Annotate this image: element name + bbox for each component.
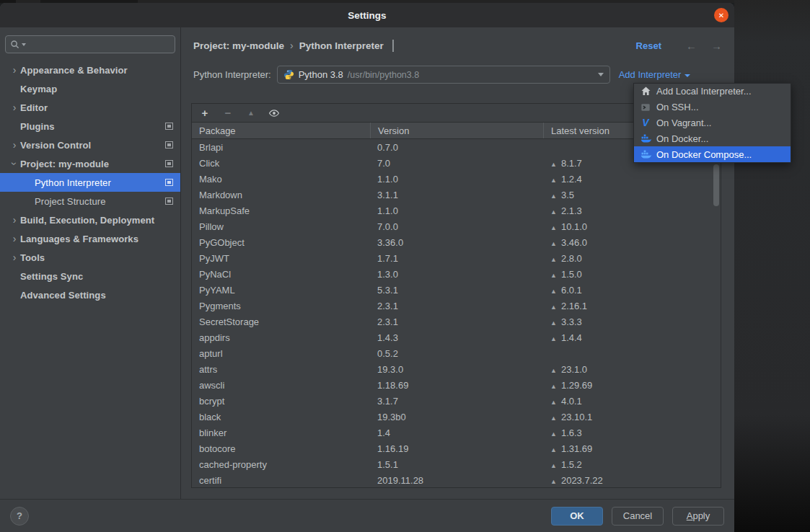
help-button[interactable]: ?	[10, 507, 29, 526]
forward-arrow-icon[interactable]: →	[711, 40, 722, 52]
upgrade-available-icon: ▲	[550, 446, 557, 453]
package-latest-version: ▲2.16.1	[543, 301, 721, 311]
sidebar-item-languages-frameworks[interactable]: ›Languages & Frameworks	[0, 229, 180, 248]
package-name: PyNaCl	[192, 269, 370, 280]
package-name: attrs	[192, 364, 370, 375]
package-row-pillow[interactable]: Pillow7.0.0▲10.1.0	[192, 218, 721, 234]
tree-chevron-icon[interactable]: ›	[9, 65, 20, 75]
sidebar-item-editor[interactable]: ›Editor	[0, 98, 180, 117]
menu-item-on-docker[interactable]: On Docker...	[634, 130, 791, 146]
breadcrumb-separator-icon: ›	[290, 40, 294, 51]
latest-version-value: 3.3.3	[561, 316, 582, 327]
latest-version-value: 2.16.1	[561, 301, 587, 311]
sidebar-item-python-interpreter[interactable]: Python Interpreter	[0, 173, 180, 192]
package-row-pygments[interactable]: Pygments2.3.1▲2.16.1	[192, 298, 721, 314]
sidebar-item-appearance-behavior[interactable]: ›Appearance & Behavior	[0, 61, 180, 79]
uninstall-package-icon[interactable]: −	[222, 107, 234, 119]
sidebar-item-advanced-settings[interactable]: Advanced Settings	[0, 285, 180, 304]
sidebar-item-settings-sync[interactable]: Settings Sync	[0, 267, 180, 285]
breadcrumb-page: Python Interpreter	[299, 40, 384, 51]
sidebar-item-plugins[interactable]: Plugins	[0, 117, 180, 136]
package-row-blinker[interactable]: blinker1.4▲1.6.3	[192, 425, 721, 440]
tree-chevron-icon[interactable]: ›	[9, 158, 19, 169]
package-row-pygobject[interactable]: PyGObject3.36.0▲3.46.0	[192, 234, 721, 250]
package-table-body: Brlapi0.7.0Click7.0▲8.1.7Mako1.1.0▲1.2.4…	[192, 139, 721, 488]
sidebar-item-keymap[interactable]: Keymap	[0, 79, 180, 98]
menu-item-add-local-interpreter[interactable]: Add Local Interpreter...	[634, 84, 791, 99]
package-version: 7.0.0	[370, 221, 543, 232]
tree-chevron-icon[interactable]: ›	[9, 140, 20, 150]
latest-version-value: 1.5.0	[561, 269, 582, 280]
package-row-botocore[interactable]: botocore1.16.19▲1.31.69	[192, 440, 721, 456]
package-latest-version: ▲1.5.2	[543, 459, 721, 470]
sidebar-item-label: Python Interpreter	[35, 177, 111, 188]
package-row-appdirs[interactable]: appdirs1.4.3▲1.4.4	[192, 329, 721, 345]
package-row-pyjwt[interactable]: PyJWT1.7.1▲2.8.0	[192, 250, 721, 266]
show-early-releases-icon[interactable]	[268, 107, 280, 119]
package-name: certifi	[192, 475, 370, 486]
search-input[interactable]	[27, 39, 170, 50]
scrollbar-thumb[interactable]	[713, 164, 719, 206]
apply-button[interactable]: Apply	[672, 507, 724, 526]
upgrade-available-icon: ▲	[550, 272, 557, 279]
sidebar-item-label: Project Structure	[35, 196, 106, 207]
package-name: Pillow	[192, 221, 370, 232]
package-row-markupsafe[interactable]: MarkupSafe1.1.0▲2.1.3	[192, 203, 721, 218]
package-version: 1.16.19	[370, 443, 543, 454]
package-row-mako[interactable]: Mako1.1.0▲1.2.4	[192, 171, 721, 187]
reset-link[interactable]: Reset	[636, 40, 661, 51]
page-marker-icon	[165, 141, 173, 148]
upgrade-available-icon: ▲	[550, 177, 557, 184]
package-row-markdown[interactable]: Markdown3.1.1▲3.5	[192, 187, 721, 203]
package-name: black	[192, 412, 370, 422]
package-name: SecretStorage	[192, 316, 370, 327]
package-latest-version: ▲1.31.69	[543, 443, 721, 454]
scrollbar-track[interactable]	[713, 141, 719, 485]
package-row-pynacl[interactable]: PyNaCl1.3.0▲1.5.0	[192, 266, 721, 282]
tree-chevron-icon[interactable]: ›	[9, 215, 20, 225]
breadcrumb-section[interactable]: Project: my-module	[193, 40, 284, 51]
tree-chevron-icon[interactable]: ›	[9, 102, 20, 112]
dialog-titlebar[interactable]: Settings ✕	[0, 3, 734, 27]
column-header-package[interactable]: Package	[192, 123, 370, 138]
interpreter-select[interactable]: Python 3.8 /usr/bin/python3.8	[277, 66, 610, 84]
menu-item-label: On Docker...	[656, 133, 708, 144]
ok-button[interactable]: OK	[551, 507, 603, 526]
package-row-secretstorage[interactable]: SecretStorage2.3.1▲3.3.3	[192, 314, 721, 329]
upgrade-available-icon: ▲	[550, 367, 557, 374]
install-package-icon[interactable]: +	[199, 107, 211, 119]
menu-item-on-docker-compose[interactable]: On Docker Compose...	[634, 146, 791, 162]
package-row-certifi[interactable]: certifi2019.11.28▲2023.7.22	[192, 472, 721, 488]
menu-item-on-ssh[interactable]: On SSH...	[634, 99, 791, 115]
menu-item-on-vagrant[interactable]: VOn Vagrant...	[634, 115, 791, 131]
sidebar-item-tools[interactable]: ›Tools	[0, 248, 180, 267]
package-row-bcrypt[interactable]: bcrypt3.1.7▲4.0.1	[192, 393, 721, 409]
sidebar-search[interactable]	[5, 35, 175, 53]
dialog-title: Settings	[348, 10, 386, 21]
back-arrow-icon[interactable]: ←	[686, 40, 697, 52]
tree-chevron-icon[interactable]: ›	[9, 234, 20, 244]
cancel-button[interactable]: Cancel	[612, 507, 664, 526]
upgrade-package-icon[interactable]: ▲	[245, 109, 257, 117]
package-name: appdirs	[192, 332, 370, 343]
package-row-cached-property[interactable]: cached-property1.5.1▲1.5.2	[192, 456, 721, 472]
column-header-version[interactable]: Version	[370, 123, 543, 138]
tree-chevron-icon[interactable]: ›	[9, 252, 20, 262]
sidebar-item-project-structure[interactable]: Project Structure	[0, 192, 180, 210]
package-row-pyyaml[interactable]: PyYAML5.3.1▲6.0.1	[192, 282, 721, 298]
package-version: 1.4	[370, 427, 543, 438]
close-icon[interactable]: ✕	[714, 8, 728, 22]
sidebar-item-version-control[interactable]: ›Version Control	[0, 136, 180, 154]
menu-item-label: On Docker Compose...	[656, 149, 752, 160]
add-interpreter-link[interactable]: Add Interpreter	[619, 69, 691, 80]
search-filter-chevron-icon[interactable]	[22, 43, 26, 46]
sidebar-item-build-execution-deployment[interactable]: ›Build, Execution, Deployment	[0, 210, 180, 229]
package-row-apturl[interactable]: apturl0.5.2	[192, 345, 721, 361]
package-latest-version: ▲23.10.1	[543, 412, 721, 422]
package-version: 0.5.2	[370, 348, 543, 359]
sidebar-item-project-my-module[interactable]: ›Project: my-module	[0, 154, 180, 173]
package-row-attrs[interactable]: attrs19.3.0▲23.1.0	[192, 361, 721, 377]
package-row-awscli[interactable]: awscli1.18.69▲1.29.69	[192, 377, 721, 393]
package-row-black[interactable]: black19.3b0▲23.10.1	[192, 409, 721, 425]
package-version: 7.0	[370, 158, 543, 169]
